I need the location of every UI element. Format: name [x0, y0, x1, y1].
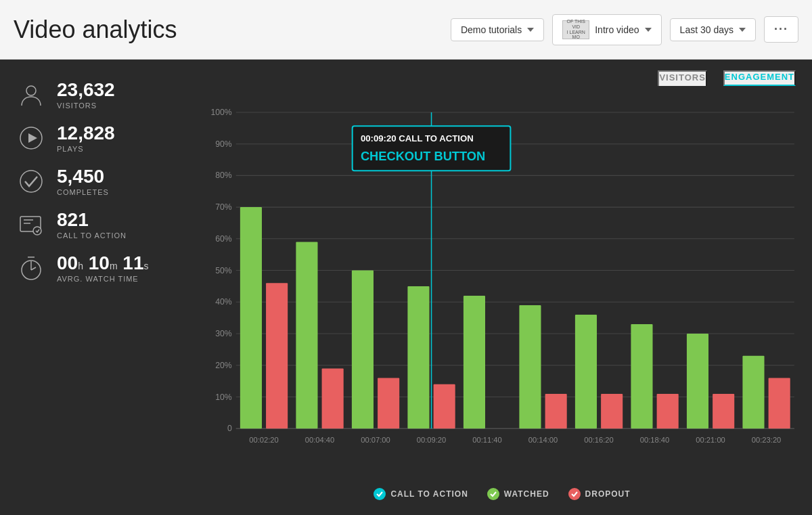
svg-rect-44: [407, 286, 429, 428]
visitors-label: VISITORS: [57, 102, 115, 110]
svg-text:00:02:20: 00:02:20: [249, 436, 278, 444]
svg-text:00:11:40: 00:11:40: [472, 436, 501, 444]
cta-stat: 821 CALL TO ACTION: [16, 210, 187, 240]
svg-text:70%: 70%: [215, 202, 232, 212]
svg-marker-2: [28, 133, 37, 143]
svg-text:30%: 30%: [215, 329, 232, 338]
svg-rect-45: [434, 384, 455, 428]
svg-text:60%: 60%: [215, 234, 232, 244]
svg-text:00:23:20: 00:23:20: [752, 436, 781, 444]
svg-rect-49: [519, 305, 541, 428]
cta-label: CALL TO ACTION: [57, 231, 127, 240]
legend-cta: CALL TO ACTION: [374, 488, 468, 500]
svg-rect-38: [296, 242, 317, 429]
demo-tutorials-label: Demo tutorials: [461, 24, 522, 35]
more-options-button[interactable]: ···: [764, 16, 798, 43]
svg-rect-58: [687, 334, 708, 428]
svg-text:00:09:20: 00:09:20: [417, 436, 446, 444]
svg-rect-56: [657, 394, 679, 428]
svg-rect-47: [464, 296, 485, 428]
watch-seconds: 11: [122, 252, 143, 273]
svg-text:0: 0: [227, 424, 232, 433]
svg-point-3: [20, 171, 42, 192]
svg-text:50%: 50%: [215, 266, 232, 275]
bar-chart: 010%20%30%40%50%60%70%80%90%100%00:02:20…: [203, 94, 801, 481]
intro-video-dropdown[interactable]: OF THIS VIDI LEARN MO Intro video: [552, 14, 661, 45]
dropdown3-arrow-icon: [739, 28, 746, 32]
watch-time-label: AVRG. WATCH TIME: [57, 275, 149, 283]
visitors-stat: 23,632 VISITORS: [16, 80, 187, 110]
plays-value: 12,828: [57, 124, 115, 143]
watch-time-value: 00h 10m 11s: [57, 254, 149, 273]
svg-line-11: [31, 267, 36, 270]
svg-text:80%: 80%: [215, 171, 232, 180]
svg-text:CHECKOUT BUTTON: CHECKOUT BUTTON: [361, 149, 485, 163]
chart-wrapper: 010%20%30%40%50%60%70%80%90%100%00:02:20…: [203, 94, 801, 481]
dropdown2-arrow-icon: [645, 28, 652, 32]
legend-cta-label: CALL TO ACTION: [390, 489, 468, 499]
completes-label: COMPLETES: [57, 188, 109, 196]
svg-text:10%: 10%: [215, 393, 232, 402]
legend-watched-label: WATCHED: [504, 489, 549, 499]
svg-rect-35: [240, 207, 262, 428]
legend-dropout-label: DROPOUT: [585, 489, 631, 499]
date-range-dropdown[interactable]: Last 30 days: [670, 18, 756, 41]
svg-text:00:04:40: 00:04:40: [305, 436, 334, 444]
svg-point-7: [33, 227, 41, 235]
svg-text:90%: 90%: [215, 139, 232, 149]
svg-rect-50: [545, 394, 567, 428]
tab-visitors[interactable]: VISITORS: [658, 70, 706, 86]
legend-watched: WATCHED: [487, 488, 549, 500]
legend-cta-dot: [374, 488, 386, 500]
chart-tabs: VISITORS ENGAGEMENT: [203, 70, 801, 86]
watch-time-stat: 00h 10m 11s AVRG. WATCH TIME: [16, 253, 187, 283]
svg-rect-59: [713, 394, 734, 428]
plays-icon: [16, 123, 46, 153]
legend-dropout-dot: [568, 488, 581, 500]
header-controls: Demo tutorials OF THIS VIDI LEARN MO Int…: [451, 14, 798, 45]
svg-point-0: [26, 86, 36, 95]
chart-legend: CALL TO ACTION WATCHED DROPOUT: [203, 481, 801, 504]
svg-rect-41: [352, 271, 374, 429]
svg-text:00:14:00: 00:14:00: [528, 436, 558, 444]
svg-text:100%: 100%: [211, 108, 232, 117]
svg-rect-53: [601, 394, 623, 428]
svg-text:20%: 20%: [215, 361, 232, 370]
svg-text:40%: 40%: [215, 297, 232, 307]
plays-stat: 12,828 PLAYS: [16, 123, 187, 153]
completes-value: 5,450: [57, 167, 109, 186]
completes-icon: [16, 166, 46, 196]
svg-rect-42: [378, 378, 399, 429]
demo-tutorials-dropdown[interactable]: Demo tutorials: [451, 18, 544, 41]
chart-area: VISITORS ENGAGEMENT 010%20%30%40%50%60%7…: [203, 60, 812, 515]
tab-engagement[interactable]: ENGAGEMENT: [723, 70, 796, 86]
cta-icon: [16, 210, 46, 240]
svg-text:00:07:00: 00:07:00: [361, 436, 390, 444]
header: Video analytics Demo tutorials OF THIS V…: [0, 0, 812, 60]
visitors-icon: [16, 80, 46, 110]
svg-rect-61: [742, 356, 764, 429]
completes-stat: 5,450 COMPLETES: [16, 166, 187, 196]
plays-label: PLAYS: [57, 145, 115, 153]
dropdown1-arrow-icon: [527, 28, 534, 32]
legend-watched-dot: [487, 488, 499, 500]
svg-text:00:18:40: 00:18:40: [640, 436, 669, 444]
main-content: 23,632 VISITORS 12,828 PLAYS: [0, 60, 812, 515]
svg-text:00:09:20  CALL TO ACTION: 00:09:20 CALL TO ACTION: [361, 133, 474, 143]
watch-time-icon: [16, 253, 46, 283]
svg-rect-36: [266, 283, 288, 428]
svg-rect-39: [322, 368, 344, 428]
watch-minutes: 10: [89, 252, 110, 273]
date-range-label: Last 30 days: [680, 24, 734, 35]
cta-value: 821: [57, 210, 127, 229]
video-thumbnail: OF THIS VIDI LEARN MO: [562, 20, 589, 39]
svg-rect-62: [769, 378, 790, 429]
page-title: Video analytics: [14, 16, 177, 44]
intro-video-label: Intro video: [595, 24, 639, 35]
visitors-value: 23,632: [57, 81, 115, 99]
watch-hours: 00: [57, 252, 78, 273]
svg-rect-52: [575, 315, 597, 428]
stats-sidebar: 23,632 VISITORS 12,828 PLAYS: [0, 60, 203, 515]
svg-rect-55: [631, 324, 652, 428]
svg-text:00:21:00: 00:21:00: [696, 436, 725, 444]
